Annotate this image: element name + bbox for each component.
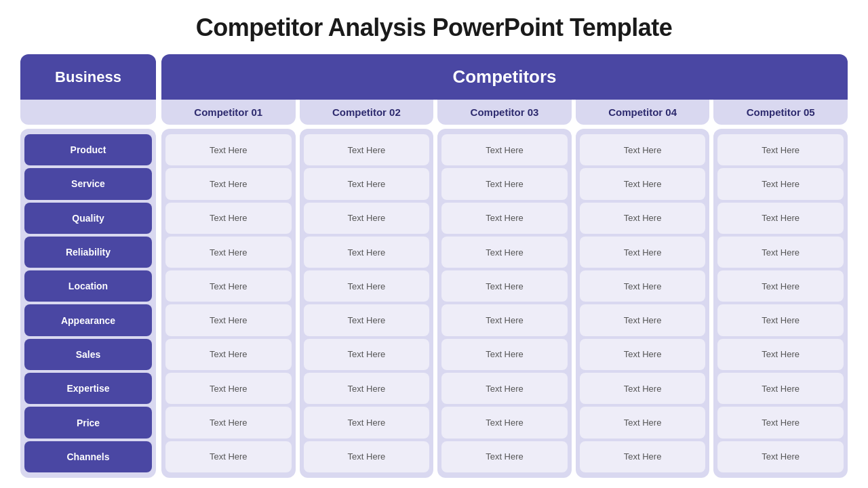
competitors-header-label: Competitors	[452, 66, 556, 87]
c03-r02: Text Here	[441, 168, 568, 199]
c02-r07: Text Here	[304, 339, 430, 370]
c02-r03: Text Here	[304, 203, 430, 234]
business-column: Product Service Quality Reliability Loca…	[20, 129, 156, 478]
business-item-appearance: Appearance	[24, 304, 152, 336]
c01-r05: Text Here	[165, 270, 292, 302]
c02-r05: Text Here	[304, 270, 430, 302]
business-item-location: Location	[24, 270, 152, 302]
competitor-05-col: Text Here Text Here Text Here Text Here …	[713, 129, 848, 478]
c04-r09: Text Here	[580, 407, 706, 438]
c01-r10: Text Here	[165, 441, 292, 472]
c03-r06: Text Here	[441, 304, 568, 336]
competitor-01-header: Competitor 01	[161, 100, 296, 125]
business-header: Business	[20, 54, 156, 100]
c01-r03: Text Here	[165, 203, 292, 234]
c03-r05: Text Here	[441, 270, 568, 302]
c02-r06: Text Here	[304, 304, 430, 336]
c05-r05: Text Here	[717, 270, 844, 302]
c03-r07: Text Here	[441, 339, 568, 370]
competitor-04-header: Competitor 04	[576, 100, 710, 125]
business-item-expertise: Expertise	[24, 373, 152, 404]
c05-r08: Text Here	[717, 373, 844, 404]
c03-r03: Text Here	[441, 203, 568, 234]
c04-r07: Text Here	[580, 339, 706, 370]
c05-r02: Text Here	[717, 168, 844, 199]
c05-r04: Text Here	[717, 237, 844, 268]
business-item-product: Product	[24, 134, 152, 165]
business-item-quality: Quality	[24, 203, 152, 234]
c02-r02: Text Here	[304, 168, 430, 199]
c01-r08: Text Here	[165, 373, 292, 404]
c01-r06: Text Here	[165, 304, 292, 336]
c01-r01: Text Here	[165, 134, 292, 165]
business-subheader	[20, 100, 156, 125]
competitor-03-header: Competitor 03	[437, 100, 572, 125]
business-item-channels: Channels	[24, 441, 152, 472]
competitor-05-header: Competitor 05	[713, 100, 848, 125]
c01-r02: Text Here	[165, 168, 292, 199]
c03-r10: Text Here	[441, 441, 568, 472]
c03-r08: Text Here	[441, 373, 568, 404]
subheader-row: Competitor 01 Competitor 02 Competitor 0…	[20, 100, 848, 125]
competitor-04-col: Text Here Text Here Text Here Text Here …	[576, 129, 710, 478]
c01-r09: Text Here	[165, 407, 292, 438]
competitor-02-header: Competitor 02	[300, 100, 434, 125]
c04-r05: Text Here	[580, 270, 706, 302]
c04-r08: Text Here	[580, 373, 706, 404]
c04-r03: Text Here	[580, 203, 706, 234]
table-wrapper: Business Competitors Competitor 01 Compe…	[20, 54, 848, 478]
page-title: Competitor Analysis PowerPoint Template	[196, 14, 673, 42]
competitors-body: Text Here Text Here Text Here Text Here …	[161, 129, 848, 478]
c04-r10: Text Here	[580, 441, 706, 472]
business-item-service: Service	[24, 168, 152, 199]
competitor-01-col: Text Here Text Here Text Here Text Here …	[161, 129, 296, 478]
c05-r07: Text Here	[717, 339, 844, 370]
business-item-reliability: Reliability	[24, 237, 152, 268]
competitors-subheader: Competitor 01 Competitor 02 Competitor 0…	[161, 100, 848, 125]
c04-r02: Text Here	[580, 168, 706, 199]
c05-r03: Text Here	[717, 203, 844, 234]
c05-r06: Text Here	[717, 304, 844, 336]
c02-r09: Text Here	[304, 407, 430, 438]
business-item-sales: Sales	[24, 339, 152, 370]
c02-r08: Text Here	[304, 373, 430, 404]
c01-r07: Text Here	[165, 339, 292, 370]
business-item-price: Price	[24, 407, 152, 438]
business-header-label: Business	[55, 68, 121, 86]
c02-r01: Text Here	[304, 134, 430, 165]
c03-r01: Text Here	[441, 134, 568, 165]
c02-r10: Text Here	[304, 441, 430, 472]
c04-r01: Text Here	[580, 134, 706, 165]
body-row: Product Service Quality Reliability Loca…	[20, 129, 848, 478]
competitor-03-col: Text Here Text Here Text Here Text Here …	[437, 129, 572, 478]
c05-r10: Text Here	[717, 441, 844, 472]
header-row: Business Competitors	[20, 54, 848, 100]
competitor-02-col: Text Here Text Here Text Here Text Here …	[300, 129, 434, 478]
c02-r04: Text Here	[304, 237, 430, 268]
c03-r04: Text Here	[441, 237, 568, 268]
c04-r06: Text Here	[580, 304, 706, 336]
c03-r09: Text Here	[441, 407, 568, 438]
c01-r04: Text Here	[165, 237, 292, 268]
c05-r09: Text Here	[717, 407, 844, 438]
competitors-header: Competitors	[161, 54, 848, 100]
c05-r01: Text Here	[717, 134, 844, 165]
c04-r04: Text Here	[580, 237, 706, 268]
